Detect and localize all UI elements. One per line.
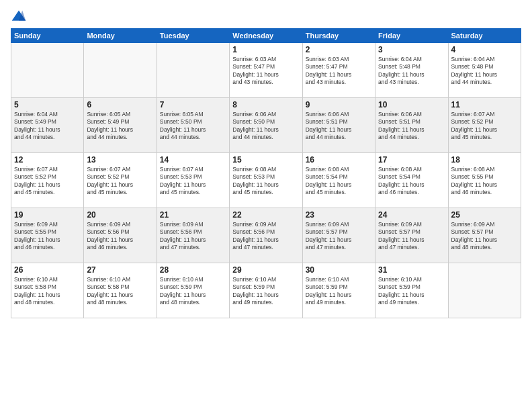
day-number: 4 xyxy=(451,45,518,54)
calendar-cell xyxy=(11,43,84,98)
calendar-cell xyxy=(84,43,157,98)
day-number: 12 xyxy=(14,155,81,165)
calendar-cell: 24Sunrise: 6:09 AMSunset: 5:57 PMDayligh… xyxy=(375,208,448,263)
calendar-cell: 14Sunrise: 6:07 AMSunset: 5:53 PMDayligh… xyxy=(157,153,229,208)
day-number: 29 xyxy=(232,265,299,275)
day-number: 14 xyxy=(160,155,226,165)
day-number: 1 xyxy=(232,45,299,54)
cell-details: Sunrise: 6:05 AMSunset: 5:49 PMDaylight:… xyxy=(87,111,153,142)
calendar-cell xyxy=(157,43,229,98)
calendar-cell: 28Sunrise: 6:10 AMSunset: 5:59 PMDayligh… xyxy=(157,263,229,318)
day-number: 16 xyxy=(306,155,372,165)
cell-details: Sunrise: 6:10 AMSunset: 5:59 PMDaylight:… xyxy=(232,276,299,307)
week-row-2: 5Sunrise: 6:04 AMSunset: 5:49 PMDaylight… xyxy=(11,98,521,153)
day-number: 13 xyxy=(87,155,153,165)
day-number: 28 xyxy=(160,265,226,275)
week-row-5: 26Sunrise: 6:10 AMSunset: 5:58 PMDayligh… xyxy=(11,263,521,318)
cell-details: Sunrise: 6:09 AMSunset: 5:55 PMDaylight:… xyxy=(14,221,81,252)
day-number: 11 xyxy=(451,100,518,109)
day-number: 2 xyxy=(306,45,372,54)
day-number: 21 xyxy=(160,210,226,220)
calendar-cell: 7Sunrise: 6:05 AMSunset: 5:50 PMDaylight… xyxy=(157,98,229,153)
calendar-cell: 4Sunrise: 6:04 AMSunset: 5:48 PMDaylight… xyxy=(448,43,521,98)
calendar-cell: 15Sunrise: 6:08 AMSunset: 5:53 PMDayligh… xyxy=(230,153,302,208)
week-row-3: 12Sunrise: 6:07 AMSunset: 5:52 PMDayligh… xyxy=(11,153,521,208)
calendar-cell: 27Sunrise: 6:10 AMSunset: 5:58 PMDayligh… xyxy=(84,263,157,318)
cell-details: Sunrise: 6:08 AMSunset: 5:53 PMDaylight:… xyxy=(232,166,299,197)
cell-details: Sunrise: 6:06 AMSunset: 5:51 PMDaylight:… xyxy=(306,111,372,142)
cell-details: Sunrise: 6:10 AMSunset: 5:58 PMDaylight:… xyxy=(87,276,153,307)
cell-details: Sunrise: 6:09 AMSunset: 5:57 PMDaylight:… xyxy=(451,221,518,252)
cell-details: Sunrise: 6:08 AMSunset: 5:55 PMDaylight:… xyxy=(451,166,518,197)
cell-details: Sunrise: 6:10 AMSunset: 5:58 PMDaylight:… xyxy=(14,276,81,307)
calendar-cell: 1Sunrise: 6:03 AMSunset: 5:47 PMDaylight… xyxy=(230,43,302,98)
calendar-cell: 19Sunrise: 6:09 AMSunset: 5:55 PMDayligh… xyxy=(11,208,84,263)
day-number: 7 xyxy=(160,100,226,109)
cell-details: Sunrise: 6:09 AMSunset: 5:57 PMDaylight:… xyxy=(378,221,445,252)
logo-icon xyxy=(11,8,27,24)
page: SundayMondayTuesdayWednesdayThursdayFrid… xyxy=(0,0,532,411)
day-number: 18 xyxy=(451,155,518,165)
cell-details: Sunrise: 6:06 AMSunset: 5:51 PMDaylight:… xyxy=(378,111,445,142)
calendar-cell: 3Sunrise: 6:04 AMSunset: 5:48 PMDaylight… xyxy=(375,43,448,98)
calendar-cell xyxy=(448,263,521,318)
calendar-cell: 11Sunrise: 6:07 AMSunset: 5:52 PMDayligh… xyxy=(448,98,521,153)
cell-details: Sunrise: 6:07 AMSunset: 5:52 PMDaylight:… xyxy=(87,166,153,197)
calendar-cell: 22Sunrise: 6:09 AMSunset: 5:56 PMDayligh… xyxy=(230,208,302,263)
cell-details: Sunrise: 6:09 AMSunset: 5:57 PMDaylight:… xyxy=(306,221,372,252)
cell-details: Sunrise: 6:09 AMSunset: 5:56 PMDaylight:… xyxy=(160,221,226,252)
calendar-cell: 8Sunrise: 6:06 AMSunset: 5:50 PMDaylight… xyxy=(230,98,302,153)
cell-details: Sunrise: 6:03 AMSunset: 5:47 PMDaylight:… xyxy=(232,56,299,87)
calendar-cell: 5Sunrise: 6:04 AMSunset: 5:49 PMDaylight… xyxy=(11,98,84,153)
cell-details: Sunrise: 6:05 AMSunset: 5:50 PMDaylight:… xyxy=(160,111,226,142)
day-number: 25 xyxy=(451,210,518,220)
calendar-cell: 25Sunrise: 6:09 AMSunset: 5:57 PMDayligh… xyxy=(448,208,521,263)
day-number: 10 xyxy=(378,100,445,109)
day-number: 26 xyxy=(14,265,81,275)
weekday-header-wednesday: Wednesday xyxy=(230,29,302,43)
day-number: 27 xyxy=(87,265,153,275)
day-number: 9 xyxy=(306,100,372,109)
calendar-cell: 23Sunrise: 6:09 AMSunset: 5:57 PMDayligh… xyxy=(302,208,375,263)
weekday-header-saturday: Saturday xyxy=(448,29,521,43)
weekday-header-sunday: Sunday xyxy=(11,29,84,43)
cell-details: Sunrise: 6:08 AMSunset: 5:54 PMDaylight:… xyxy=(378,166,445,197)
day-number: 6 xyxy=(87,100,153,109)
day-number: 17 xyxy=(378,155,445,165)
header xyxy=(11,8,521,24)
weekday-header-friday: Friday xyxy=(375,29,448,43)
calendar-cell: 21Sunrise: 6:09 AMSunset: 5:56 PMDayligh… xyxy=(157,208,229,263)
day-number: 8 xyxy=(232,100,299,109)
day-number: 22 xyxy=(232,210,299,220)
calendar-cell: 10Sunrise: 6:06 AMSunset: 5:51 PMDayligh… xyxy=(375,98,448,153)
day-number: 3 xyxy=(378,45,445,54)
day-number: 15 xyxy=(232,155,299,165)
cell-details: Sunrise: 6:07 AMSunset: 5:53 PMDaylight:… xyxy=(160,166,226,197)
calendar-cell: 2Sunrise: 6:03 AMSunset: 5:47 PMDaylight… xyxy=(302,43,375,98)
calendar-cell: 18Sunrise: 6:08 AMSunset: 5:55 PMDayligh… xyxy=(448,153,521,208)
calendar-cell: 17Sunrise: 6:08 AMSunset: 5:54 PMDayligh… xyxy=(375,153,448,208)
weekday-header-tuesday: Tuesday xyxy=(157,29,229,43)
calendar-cell: 20Sunrise: 6:09 AMSunset: 5:56 PMDayligh… xyxy=(84,208,157,263)
weekday-header-monday: Monday xyxy=(84,29,157,43)
cell-details: Sunrise: 6:09 AMSunset: 5:56 PMDaylight:… xyxy=(232,221,299,252)
cell-details: Sunrise: 6:07 AMSunset: 5:52 PMDaylight:… xyxy=(451,111,518,142)
cell-details: Sunrise: 6:04 AMSunset: 5:48 PMDaylight:… xyxy=(378,56,445,87)
day-number: 19 xyxy=(14,210,81,220)
calendar-cell: 16Sunrise: 6:08 AMSunset: 5:54 PMDayligh… xyxy=(302,153,375,208)
cell-details: Sunrise: 6:08 AMSunset: 5:54 PMDaylight:… xyxy=(306,166,372,197)
day-number: 5 xyxy=(14,100,81,109)
cell-details: Sunrise: 6:10 AMSunset: 5:59 PMDaylight:… xyxy=(306,276,372,307)
weekday-header-row: SundayMondayTuesdayWednesdayThursdayFrid… xyxy=(11,29,521,43)
cell-details: Sunrise: 6:04 AMSunset: 5:49 PMDaylight:… xyxy=(14,111,81,142)
day-number: 31 xyxy=(378,265,445,275)
cell-details: Sunrise: 6:04 AMSunset: 5:48 PMDaylight:… xyxy=(451,56,518,87)
calendar: SundayMondayTuesdayWednesdayThursdayFrid… xyxy=(11,28,521,318)
day-number: 24 xyxy=(378,210,445,220)
day-number: 23 xyxy=(306,210,372,220)
calendar-cell: 31Sunrise: 6:10 AMSunset: 5:59 PMDayligh… xyxy=(375,263,448,318)
day-number: 30 xyxy=(306,265,372,275)
cell-details: Sunrise: 6:03 AMSunset: 5:47 PMDaylight:… xyxy=(306,56,372,87)
day-number: 20 xyxy=(87,210,153,220)
week-row-4: 19Sunrise: 6:09 AMSunset: 5:55 PMDayligh… xyxy=(11,208,521,263)
